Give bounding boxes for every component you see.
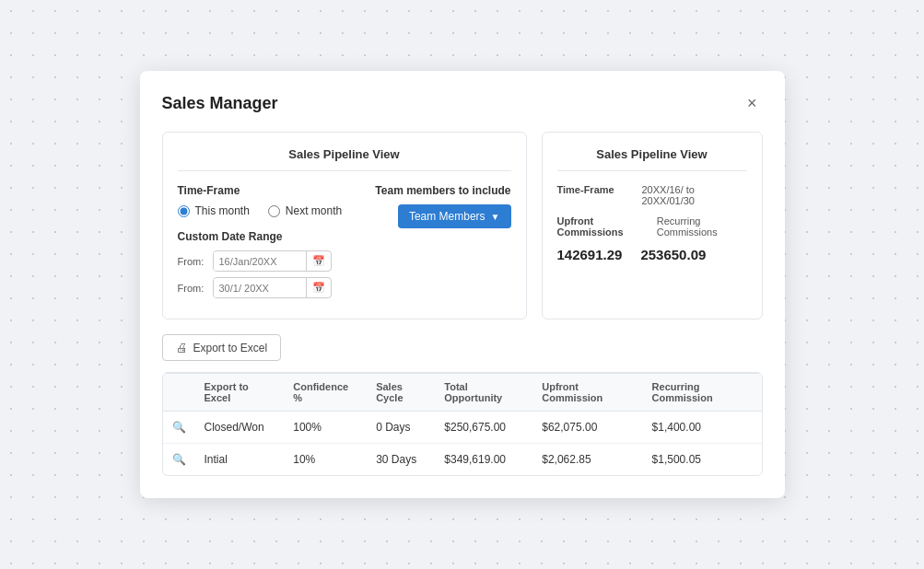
commission-values-row: 142691.29 253650.09 (557, 247, 747, 262)
row1-recurring: $1,400.00 (643, 412, 762, 444)
row2-upfront: $2,062.85 (532, 444, 642, 476)
right-timeframe-label: Time-Frame (557, 184, 631, 206)
table-body: 🔍 Closed/Won 100% 0 Days $250,675.00 $62… (163, 412, 762, 476)
right-timeframe-value: 20XX/16/ to 20XX/01/30 (642, 184, 747, 206)
date-row-1: From: 📅 (178, 250, 343, 272)
left-panel-title: Sales Pipeline View (178, 147, 511, 171)
col-header-recurring: Recurring Commission (643, 374, 762, 412)
date-input-2[interactable] (214, 279, 306, 297)
row1-cycle: 0 Days (367, 412, 435, 444)
radio-next-month-label: Next month (286, 204, 342, 217)
date-input-wrap-1: 📅 (213, 250, 332, 272)
date-input-wrap-2: 📅 (213, 277, 332, 298)
from-label-1: From: (178, 256, 207, 267)
upfront-commissions-label: Upfront Commissions (557, 215, 646, 238)
radio-next-month-input[interactable] (268, 205, 280, 217)
data-table: Export to Excel Confidence % Sales Cycle… (163, 373, 762, 475)
row2-stage: Intial (195, 444, 285, 476)
col-header-total-opp: Total Opportunity (435, 374, 532, 412)
row2-total-opp: $349,619.00 (435, 444, 532, 476)
row1-stage: Closed/Won (195, 412, 285, 444)
right-panel-title: Sales Pipeline View (557, 147, 747, 171)
dropdown-caret-icon: ▼ (491, 212, 500, 222)
recurring-commissions-label: Recurring Commissions (657, 215, 747, 238)
team-members-button[interactable]: Team Members ▼ (398, 204, 511, 228)
left-panel: Sales Pipeline View Time-Frame This mont… (162, 132, 527, 319)
table-header: Export to Excel Confidence % Sales Cycle… (163, 374, 762, 412)
row2-confidence: 10% (284, 444, 367, 476)
col-header-icon (163, 374, 195, 412)
col-header-export: Export to Excel (195, 374, 285, 412)
row2-recurring: $1,500.05 (643, 444, 762, 476)
upfront-value: 142691.29 (557, 247, 623, 262)
table-row: 🔍 Closed/Won 100% 0 Days $250,675.00 $62… (163, 412, 762, 444)
radio-this-month-input[interactable] (178, 205, 190, 217)
row1-search-icon[interactable]: 🔍 (163, 412, 195, 444)
row1-total-opp: $250,675.00 (435, 412, 532, 444)
timeframe-label: Time-Frame (178, 184, 343, 197)
timeframe-info-row: Time-Frame 20XX/16/ to 20XX/01/30 (557, 184, 747, 206)
radio-group: This month Next month (178, 204, 343, 217)
modal-title: Sales Manager (162, 94, 278, 113)
row2-search-icon[interactable]: 🔍 (163, 444, 195, 476)
row1-confidence: 100% (284, 412, 367, 444)
custom-date-label: Custom Date Range (178, 230, 343, 243)
close-button[interactable]: × (742, 93, 763, 113)
col-header-upfront: Upfront Commission (532, 374, 642, 412)
col-header-confidence: Confidence % (284, 374, 367, 412)
team-btn-wrap: Team Members ▼ (342, 204, 510, 228)
col-header-cycle: Sales Cycle (367, 374, 435, 412)
data-table-container: Export to Excel Confidence % Sales Cycle… (162, 372, 763, 476)
date-row-2: From: 📅 (178, 277, 343, 298)
export-btn-row: 🖨 Export to Excel (162, 334, 763, 361)
right-panel: Sales Pipeline View Time-Frame 20XX/16/ … (542, 132, 763, 319)
timeframe-section: Time-Frame This month Next month Custom … (178, 184, 343, 304)
radio-this-month[interactable]: This month (178, 204, 250, 217)
export-to-excel-button[interactable]: 🖨 Export to Excel (162, 334, 282, 361)
row2-cycle: 30 Days (367, 444, 435, 476)
recurring-value: 253650.09 (640, 247, 706, 262)
row1-upfront: $62,075.00 (532, 412, 642, 444)
team-members-label: Team Members (409, 210, 485, 223)
radio-this-month-label: This month (195, 204, 250, 217)
commission-label-row: Upfront Commissions Recurring Commission… (557, 215, 747, 238)
from-label-2: From: (178, 283, 207, 294)
form-row: Time-Frame This month Next month Custom … (178, 184, 511, 304)
modal-container: Sales Manager × Sales Pipeline View Time… (140, 71, 785, 498)
table-row: 🔍 Intial 10% 30 Days $349,619.00 $2,062.… (163, 444, 762, 476)
export-icon: 🖨 (176, 341, 188, 354)
calendar-icon-1[interactable]: 📅 (306, 251, 331, 271)
table-header-row: Export to Excel Confidence % Sales Cycle… (163, 374, 762, 412)
team-section: Team members to include Team Members ▼ (342, 184, 510, 228)
export-btn-label: Export to Excel (193, 342, 268, 354)
modal-header: Sales Manager × (162, 93, 763, 113)
calendar-icon-2[interactable]: 📅 (306, 278, 331, 297)
top-panels: Sales Pipeline View Time-Frame This mont… (162, 132, 763, 319)
radio-next-month[interactable]: Next month (268, 204, 342, 217)
date-input-1[interactable] (214, 252, 306, 271)
team-section-label: Team members to include (342, 184, 510, 197)
